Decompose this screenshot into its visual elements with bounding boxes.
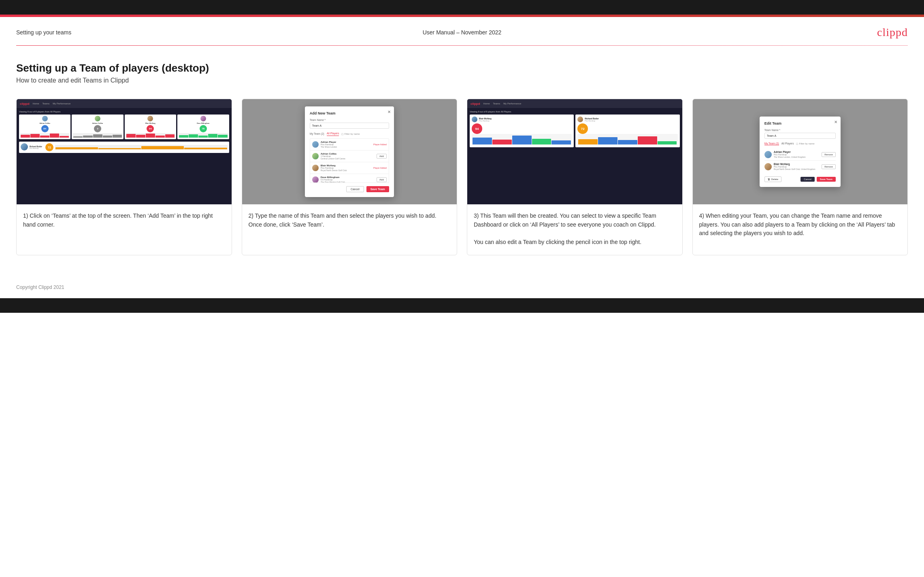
mock4-remove-button-1[interactable]: Remove xyxy=(822,152,835,157)
mock2-filter[interactable]: ☐ Filter by name xyxy=(341,133,360,136)
mock1-topbar: clippd Home Teams My Performance xyxy=(17,99,232,108)
mock3-players: Blair McHarg Plus Handicap 94 xyxy=(470,115,680,147)
footer: Copyright Clippd 2021 xyxy=(0,280,924,298)
mock2-player-info-1: Adrian Player Plus HandicapThe Show Lond… xyxy=(321,141,371,148)
mock1-bars-2 xyxy=(73,133,122,138)
mock1-nav: Home Teams My Performance xyxy=(33,102,71,105)
mock3-name-1: Blair McHarg xyxy=(479,117,492,120)
mock4-delete-button[interactable]: 🗑 Delete xyxy=(764,176,781,182)
mock1-avatar-2 xyxy=(95,116,100,121)
mock3-logo: clippd xyxy=(471,102,480,106)
mock1-handicap-3: 94 xyxy=(147,125,154,132)
mock2-player-item: Dave Billingham 5.6 HandicapThe Ding Map… xyxy=(310,174,389,183)
mock3-player-card-1: Blair McHarg Plus Handicap 94 xyxy=(470,115,574,147)
mock2-save-team-button[interactable]: Save Team xyxy=(366,186,389,192)
mock1-players-grid: Adrian Coliba 84 xyxy=(19,115,229,139)
mock1-handicap-1: 84 xyxy=(41,125,49,132)
mock4-right-actions: Cancel Save Team xyxy=(801,177,836,182)
mock1-avatar-4 xyxy=(200,116,206,121)
mock4-close-icon[interactable]: ✕ xyxy=(834,120,837,124)
mock4-player-info-1: Adrian Player Plus HandicapThe Show Lond… xyxy=(774,151,820,158)
mock1-bars-4 xyxy=(179,133,228,138)
mock2-tab-my-team[interactable]: My Team (2) xyxy=(310,132,324,136)
mock4-player-item-1: Adrian Player Plus HandicapThe Show Lond… xyxy=(764,148,836,161)
mock3-player-header-1: Blair McHarg Plus Handicap xyxy=(472,117,572,122)
page-subtitle: How to create and edit Teams in Clippd xyxy=(16,77,908,84)
mock2-add-button-1[interactable]: Add xyxy=(377,154,387,159)
mock2-team-name-input[interactable]: Team A xyxy=(310,123,389,129)
mock3-avatar-1 xyxy=(472,117,477,122)
mock2-player-sub-2: 1 HandicapCentral London Golf Centre xyxy=(321,155,375,160)
mock3-handicap-2: 72 xyxy=(577,123,588,134)
card-3-text: 3) This Team will then be created. You c… xyxy=(467,204,682,255)
mock2-actions: Cancel Save Team xyxy=(310,186,389,192)
mock2-tab-all-players[interactable]: All Players xyxy=(327,132,339,136)
mock1-player-name-4: Dave Billingham xyxy=(197,122,209,124)
main-content: Setting up a Team of players (desktop) H… xyxy=(0,46,924,280)
card-2-screenshot: Add New Team ✕ Team Name * Team A My Tea… xyxy=(242,99,457,204)
mock4-dialog: Edit Team ✕ Team Name * Team A My Team (… xyxy=(760,117,841,187)
mock4-player-avatar-2 xyxy=(764,163,772,170)
mock3-nav: Home Teams My Performance xyxy=(483,102,522,105)
card-3-screenshot: clippd Home Teams My Performance Viewing… xyxy=(467,99,682,204)
footer-copyright: Copyright Clippd 2021 xyxy=(16,284,64,290)
mock3-avatar-2 xyxy=(577,117,583,122)
mock2-player-avatar-2 xyxy=(312,153,319,159)
card-2-text: 2) Type the name of this Team and then s… xyxy=(242,204,457,255)
mock4-tab-all-players[interactable]: All Players xyxy=(781,142,794,145)
mock4-player-info-2: Blair McHarg Plus HandicapRoyal North De… xyxy=(774,163,820,170)
mock3-handicap-1: 94 xyxy=(472,123,482,134)
header: Setting up your teams User Manual – Nove… xyxy=(0,17,924,45)
mock4-team-name-label: Team Name * xyxy=(764,129,836,132)
mock1-handicap-5: 72 xyxy=(45,143,53,151)
card-3: clippd Home Teams My Performance Viewing… xyxy=(467,99,683,255)
mock1-avatar-1 xyxy=(42,116,48,121)
mock4-filter[interactable]: ☐ Filter by name xyxy=(796,142,814,145)
mock2-team-name-label: Team Name * xyxy=(310,119,389,121)
trash-icon: 🗑 xyxy=(768,178,770,180)
mock4-tabs: My Team (2) All Players ☐ Filter by name xyxy=(764,142,836,145)
mock2-player-sub-3: Plus HandicapRoyal North Devon Golf Club xyxy=(321,167,371,172)
mock4-save-team-button[interactable]: Save Team xyxy=(817,177,836,182)
mock3-stats-bar-1 xyxy=(472,134,572,145)
mock2-player-sub-4: 5.6 HandicapThe Ding Maping Golf Club xyxy=(321,178,375,183)
mock2-dialog-title: Add New Team xyxy=(310,111,389,115)
mock3-sub-2: Plus Handicap xyxy=(585,120,598,122)
mock4-team-name-input[interactable]: Team A xyxy=(764,133,836,139)
mock1-avatar-3 xyxy=(147,116,153,121)
mock1-player-name-3: Blair McHarg xyxy=(145,122,155,124)
card-1-text: 1) Click on ‘Teams’ at the top of the sc… xyxy=(17,204,232,255)
card-1-screenshot: clippd Home Teams My Performance Viewing… xyxy=(17,99,232,204)
mock1-handicap-2: 0 xyxy=(94,125,101,132)
card-4-screenshot: Edit Team ✕ Team Name * Team A My Team (… xyxy=(693,99,908,204)
mock2-add-button-2[interactable]: Add xyxy=(377,177,387,182)
mock3-topbar: clippd Home Teams My Performance xyxy=(467,99,682,108)
mock3-player-card-2: Richard Butler Plus Handicap 72 xyxy=(575,115,679,147)
mock2-close-icon[interactable]: ✕ xyxy=(387,110,391,114)
mock2-player-item: Adrian Coliba 1 HandicapCentral London G… xyxy=(310,151,389,162)
mock1-avatar-5 xyxy=(21,143,28,151)
mock4-remove-button-2[interactable]: Remove xyxy=(822,164,835,169)
header-manual-title: User Manual – November 2022 xyxy=(423,29,502,36)
mock2-player-info-2: Adrian Coliba 1 HandicapCentral London G… xyxy=(321,153,375,160)
mock3-body: Viewing 8 out of 8 players from All Play… xyxy=(467,108,682,150)
mock3-dashboard: clippd Home Teams My Performance Viewing… xyxy=(467,99,682,204)
page-title: Setting up a Team of players (desktop) xyxy=(16,62,908,74)
mock2-container: Add New Team ✕ Team Name * Team A My Tea… xyxy=(242,99,457,204)
mock2-tabs: My Team (2) All Players ☐ Filter by name xyxy=(310,132,389,136)
mock3-stats-bar-2 xyxy=(577,134,677,145)
card-1: clippd Home Teams My Performance Viewing… xyxy=(16,99,232,255)
mock2-cancel-button[interactable]: Cancel xyxy=(346,186,364,192)
mock1-player-card: Adrian Coliba 84 xyxy=(19,115,70,139)
mock4-tab-my-team[interactable]: My Team (2) xyxy=(764,142,779,145)
mock2-player-status-1: Player Added xyxy=(373,143,387,146)
mock4-cancel-button[interactable]: Cancel xyxy=(801,177,815,182)
top-bar xyxy=(0,0,924,15)
mock2-player-info-3: Blair McHarg Plus HandicapRoyal North De… xyxy=(321,164,371,172)
mock1-handicap-4: 78 xyxy=(200,125,207,132)
mock1-player-name-2: Adrian Coliba xyxy=(92,122,103,124)
mock4-player-sub-1: Plus HandicapThe Show London, United Kin… xyxy=(774,153,820,158)
card-2: Add New Team ✕ Team Name * Team A My Tea… xyxy=(242,99,458,255)
mock1-player-card: Blair McHarg 94 xyxy=(125,115,176,139)
mock3-label: Viewing 8 out of 8 players from All Play… xyxy=(470,110,680,113)
